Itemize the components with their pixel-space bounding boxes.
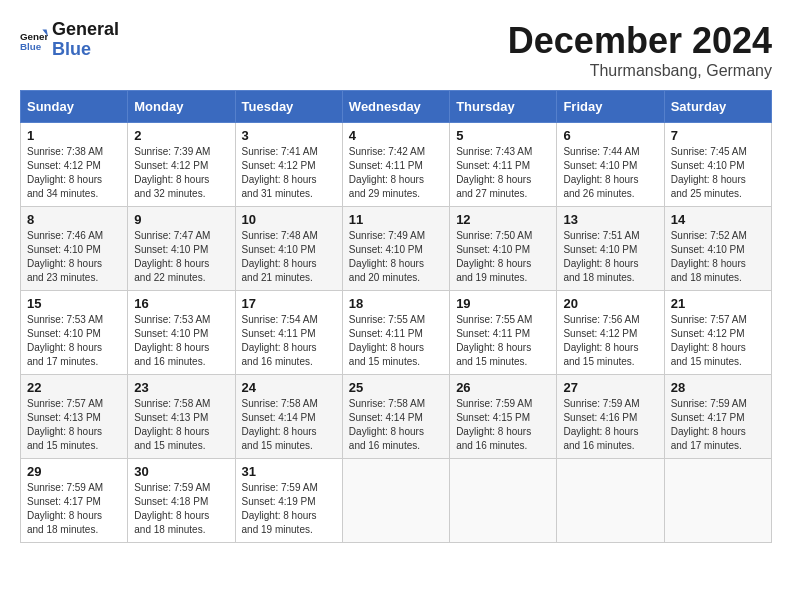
day-number: 18: [349, 296, 443, 311]
calendar-day-cell: 7Sunrise: 7:45 AMSunset: 4:10 PMDaylight…: [664, 123, 771, 207]
day-number: 5: [456, 128, 550, 143]
day-info: Sunrise: 7:53 AMSunset: 4:10 PMDaylight:…: [134, 313, 228, 369]
title-area: December 2024 Thurmansbang, Germany: [508, 20, 772, 80]
calendar-day-cell: 20Sunrise: 7:56 AMSunset: 4:12 PMDayligh…: [557, 291, 664, 375]
month-title: December 2024: [508, 20, 772, 62]
calendar-day-cell: 10Sunrise: 7:48 AMSunset: 4:10 PMDayligh…: [235, 207, 342, 291]
day-number: 3: [242, 128, 336, 143]
weekday-header: Wednesday: [342, 91, 449, 123]
day-number: 20: [563, 296, 657, 311]
day-number: 22: [27, 380, 121, 395]
day-info: Sunrise: 7:39 AMSunset: 4:12 PMDaylight:…: [134, 145, 228, 201]
calendar-day-cell: 1Sunrise: 7:38 AMSunset: 4:12 PMDaylight…: [21, 123, 128, 207]
day-info: Sunrise: 7:58 AMSunset: 4:14 PMDaylight:…: [242, 397, 336, 453]
calendar-day-cell: 8Sunrise: 7:46 AMSunset: 4:10 PMDaylight…: [21, 207, 128, 291]
day-number: 1: [27, 128, 121, 143]
day-info: Sunrise: 7:59 AMSunset: 4:15 PMDaylight:…: [456, 397, 550, 453]
calendar-day-cell: 14Sunrise: 7:52 AMSunset: 4:10 PMDayligh…: [664, 207, 771, 291]
day-info: Sunrise: 7:49 AMSunset: 4:10 PMDaylight:…: [349, 229, 443, 285]
weekday-header: Saturday: [664, 91, 771, 123]
svg-text:Blue: Blue: [20, 41, 42, 52]
day-number: 24: [242, 380, 336, 395]
day-number: 14: [671, 212, 765, 227]
day-info: Sunrise: 7:59 AMSunset: 4:19 PMDaylight:…: [242, 481, 336, 537]
calendar-day-cell: 22Sunrise: 7:57 AMSunset: 4:13 PMDayligh…: [21, 375, 128, 459]
day-number: 8: [27, 212, 121, 227]
calendar-day-cell: 26Sunrise: 7:59 AMSunset: 4:15 PMDayligh…: [450, 375, 557, 459]
day-info: Sunrise: 7:42 AMSunset: 4:11 PMDaylight:…: [349, 145, 443, 201]
day-number: 19: [456, 296, 550, 311]
calendar-table: SundayMondayTuesdayWednesdayThursdayFrid…: [20, 90, 772, 543]
day-number: 12: [456, 212, 550, 227]
day-number: 10: [242, 212, 336, 227]
day-info: Sunrise: 7:44 AMSunset: 4:10 PMDaylight:…: [563, 145, 657, 201]
day-info: Sunrise: 7:56 AMSunset: 4:12 PMDaylight:…: [563, 313, 657, 369]
calendar-day-cell: 9Sunrise: 7:47 AMSunset: 4:10 PMDaylight…: [128, 207, 235, 291]
calendar-day-cell: [342, 459, 449, 543]
calendar-day-cell: 15Sunrise: 7:53 AMSunset: 4:10 PMDayligh…: [21, 291, 128, 375]
calendar-week-row: 1Sunrise: 7:38 AMSunset: 4:12 PMDaylight…: [21, 123, 772, 207]
day-info: Sunrise: 7:47 AMSunset: 4:10 PMDaylight:…: [134, 229, 228, 285]
day-number: 17: [242, 296, 336, 311]
logo-line1: General: [52, 20, 119, 40]
day-info: Sunrise: 7:48 AMSunset: 4:10 PMDaylight:…: [242, 229, 336, 285]
calendar-day-cell: 12Sunrise: 7:50 AMSunset: 4:10 PMDayligh…: [450, 207, 557, 291]
calendar-day-cell: 13Sunrise: 7:51 AMSunset: 4:10 PMDayligh…: [557, 207, 664, 291]
day-number: 6: [563, 128, 657, 143]
day-info: Sunrise: 7:38 AMSunset: 4:12 PMDaylight:…: [27, 145, 121, 201]
day-info: Sunrise: 7:55 AMSunset: 4:11 PMDaylight:…: [456, 313, 550, 369]
calendar-day-cell: 6Sunrise: 7:44 AMSunset: 4:10 PMDaylight…: [557, 123, 664, 207]
day-info: Sunrise: 7:45 AMSunset: 4:10 PMDaylight:…: [671, 145, 765, 201]
calendar-day-cell: 11Sunrise: 7:49 AMSunset: 4:10 PMDayligh…: [342, 207, 449, 291]
day-info: Sunrise: 7:55 AMSunset: 4:11 PMDaylight:…: [349, 313, 443, 369]
day-number: 23: [134, 380, 228, 395]
day-number: 15: [27, 296, 121, 311]
day-info: Sunrise: 7:58 AMSunset: 4:13 PMDaylight:…: [134, 397, 228, 453]
calendar-day-cell: 2Sunrise: 7:39 AMSunset: 4:12 PMDaylight…: [128, 123, 235, 207]
calendar-week-row: 15Sunrise: 7:53 AMSunset: 4:10 PMDayligh…: [21, 291, 772, 375]
day-number: 25: [349, 380, 443, 395]
day-info: Sunrise: 7:46 AMSunset: 4:10 PMDaylight:…: [27, 229, 121, 285]
day-number: 2: [134, 128, 228, 143]
day-info: Sunrise: 7:57 AMSunset: 4:13 PMDaylight:…: [27, 397, 121, 453]
page-header: General Blue General Blue December 2024 …: [20, 20, 772, 80]
day-number: 29: [27, 464, 121, 479]
calendar-day-cell: 21Sunrise: 7:57 AMSunset: 4:12 PMDayligh…: [664, 291, 771, 375]
day-info: Sunrise: 7:51 AMSunset: 4:10 PMDaylight:…: [563, 229, 657, 285]
day-number: 26: [456, 380, 550, 395]
day-info: Sunrise: 7:54 AMSunset: 4:11 PMDaylight:…: [242, 313, 336, 369]
day-info: Sunrise: 7:58 AMSunset: 4:14 PMDaylight:…: [349, 397, 443, 453]
calendar-week-row: 8Sunrise: 7:46 AMSunset: 4:10 PMDaylight…: [21, 207, 772, 291]
weekday-header-row: SundayMondayTuesdayWednesdayThursdayFrid…: [21, 91, 772, 123]
calendar-day-cell: [450, 459, 557, 543]
calendar-day-cell: 27Sunrise: 7:59 AMSunset: 4:16 PMDayligh…: [557, 375, 664, 459]
calendar-day-cell: 25Sunrise: 7:58 AMSunset: 4:14 PMDayligh…: [342, 375, 449, 459]
weekday-header: Monday: [128, 91, 235, 123]
calendar-day-cell: 19Sunrise: 7:55 AMSunset: 4:11 PMDayligh…: [450, 291, 557, 375]
calendar-day-cell: 28Sunrise: 7:59 AMSunset: 4:17 PMDayligh…: [664, 375, 771, 459]
calendar-day-cell: 30Sunrise: 7:59 AMSunset: 4:18 PMDayligh…: [128, 459, 235, 543]
calendar-day-cell: 23Sunrise: 7:58 AMSunset: 4:13 PMDayligh…: [128, 375, 235, 459]
location: Thurmansbang, Germany: [508, 62, 772, 80]
calendar-day-cell: 3Sunrise: 7:41 AMSunset: 4:12 PMDaylight…: [235, 123, 342, 207]
calendar-day-cell: 29Sunrise: 7:59 AMSunset: 4:17 PMDayligh…: [21, 459, 128, 543]
logo-line2: Blue: [52, 40, 119, 60]
day-info: Sunrise: 7:41 AMSunset: 4:12 PMDaylight:…: [242, 145, 336, 201]
day-info: Sunrise: 7:53 AMSunset: 4:10 PMDaylight:…: [27, 313, 121, 369]
logo-icon: General Blue: [20, 26, 48, 54]
day-info: Sunrise: 7:50 AMSunset: 4:10 PMDaylight:…: [456, 229, 550, 285]
day-number: 11: [349, 212, 443, 227]
weekday-header: Sunday: [21, 91, 128, 123]
day-info: Sunrise: 7:52 AMSunset: 4:10 PMDaylight:…: [671, 229, 765, 285]
calendar-day-cell: 5Sunrise: 7:43 AMSunset: 4:11 PMDaylight…: [450, 123, 557, 207]
day-number: 16: [134, 296, 228, 311]
day-info: Sunrise: 7:43 AMSunset: 4:11 PMDaylight:…: [456, 145, 550, 201]
day-number: 4: [349, 128, 443, 143]
calendar-day-cell: 4Sunrise: 7:42 AMSunset: 4:11 PMDaylight…: [342, 123, 449, 207]
calendar-day-cell: [557, 459, 664, 543]
day-info: Sunrise: 7:59 AMSunset: 4:17 PMDaylight:…: [27, 481, 121, 537]
day-number: 21: [671, 296, 765, 311]
weekday-header: Tuesday: [235, 91, 342, 123]
day-number: 30: [134, 464, 228, 479]
calendar-week-row: 22Sunrise: 7:57 AMSunset: 4:13 PMDayligh…: [21, 375, 772, 459]
